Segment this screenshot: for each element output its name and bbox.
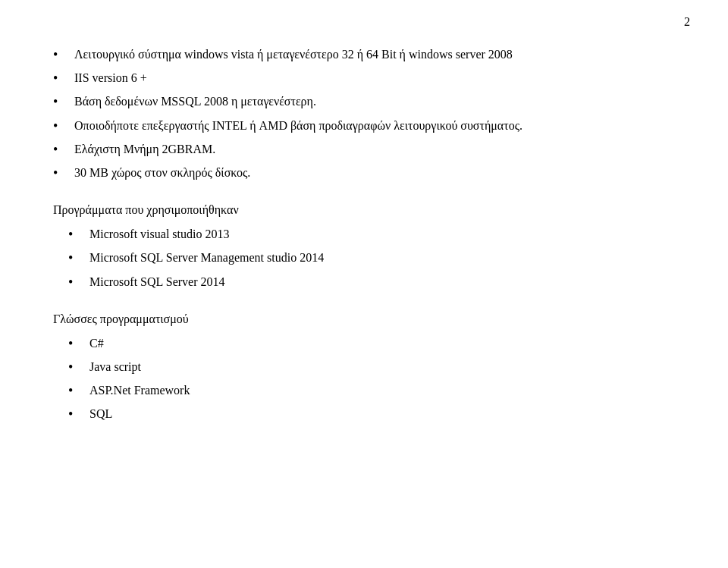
bullet-icon: • bbox=[68, 405, 86, 424]
bullet-icon: • bbox=[68, 334, 86, 353]
content-area: • Λειτουργικό σύστημα windows vista ή με… bbox=[53, 46, 675, 424]
list-item: • 30 MB χώρος στον σκληρός δίσκος. bbox=[53, 164, 675, 183]
bullet-icon: • bbox=[53, 117, 71, 136]
page-number: 2 bbox=[684, 15, 690, 29]
item-text: IIS version 6 + bbox=[74, 69, 675, 87]
item-text: Βάση δεδομένων MSSQL 2008 η μεταγενέστερ… bbox=[74, 93, 675, 111]
list-item: • Java script bbox=[68, 358, 675, 377]
bullet-icon: • bbox=[68, 381, 86, 400]
bullet-icon: • bbox=[68, 225, 86, 244]
item-text: ASP.Net Framework bbox=[89, 381, 675, 400]
list-item: • Βάση δεδομένων MSSQL 2008 η μεταγενέστ… bbox=[53, 93, 675, 111]
bullet-icon: • bbox=[68, 273, 86, 292]
bullet-icon: • bbox=[53, 46, 71, 64]
item-text: Microsoft SQL Server Management studio 2… bbox=[89, 249, 675, 267]
bullet-icon: • bbox=[53, 69, 71, 88]
item-text: 30 MB χώρος στον σκληρός δίσκος. bbox=[74, 164, 675, 182]
programs-heading: Προγράμματα που χρησιμοποιήθηκαν bbox=[53, 201, 675, 219]
list-item: • Οποιοδήποτε επεξεργαστής INTEL ή AMD β… bbox=[53, 117, 675, 136]
item-text: Λειτουργικό σύστημα windows vista ή μετα… bbox=[74, 46, 675, 64]
item-text: C# bbox=[89, 334, 675, 353]
item-text: Ελάχιστη Μνήμη 2GBRAM. bbox=[74, 140, 675, 158]
list-item: • Microsoft SQL Server Management studio… bbox=[68, 249, 675, 268]
list-item: • C# bbox=[68, 334, 675, 353]
list-item: • Λειτουργικό σύστημα windows vista ή με… bbox=[53, 46, 675, 64]
item-text: Microsoft SQL Server 2014 bbox=[89, 273, 675, 291]
requirements-list: • Λειτουργικό σύστημα windows vista ή με… bbox=[53, 46, 675, 183]
list-item: • Ελάχιστη Μνήμη 2GBRAM. bbox=[53, 140, 675, 159]
item-text: Microsoft visual studio 2013 bbox=[89, 225, 675, 243]
item-text: Οποιοδήποτε επεξεργαστής INTEL ή AMD βάσ… bbox=[74, 117, 675, 135]
list-item: • ASP.Net Framework bbox=[68, 381, 675, 400]
list-item: • Microsoft SQL Server 2014 bbox=[68, 273, 675, 292]
bullet-icon: • bbox=[68, 249, 86, 268]
item-text: SQL bbox=[89, 405, 675, 423]
bullet-icon: • bbox=[53, 164, 71, 183]
list-item: • IIS version 6 + bbox=[53, 69, 675, 88]
item-text: Java script bbox=[89, 358, 675, 376]
bullet-icon: • bbox=[53, 140, 71, 159]
languages-heading: Γλώσσες προγραμματισμού bbox=[53, 310, 675, 328]
list-item: • Microsoft visual studio 2013 bbox=[68, 225, 675, 244]
bullet-icon: • bbox=[53, 93, 71, 111]
languages-list: • C# • Java script • ASP.Net Framework •… bbox=[53, 334, 675, 425]
bullet-icon: • bbox=[68, 358, 86, 377]
programs-list: • Microsoft visual studio 2013 • Microso… bbox=[53, 225, 675, 292]
list-item: • SQL bbox=[68, 405, 675, 424]
page-container: 2 • Λειτουργικό σύστημα windows vista ή … bbox=[0, 0, 728, 568]
